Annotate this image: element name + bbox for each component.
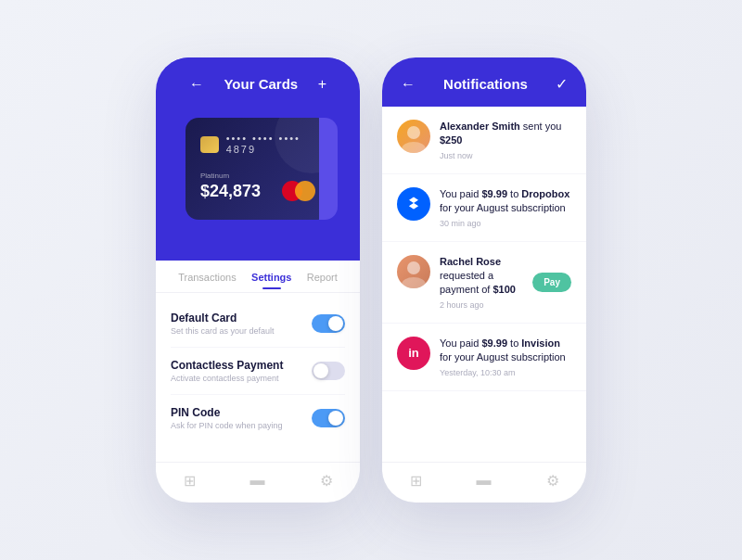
right-phone: ← Notifications ✓ Alexander Smith sent y… xyxy=(382,57,586,503)
avatar-invision: in xyxy=(397,337,430,370)
bottom-nav-right: ⊞ ▬ ⚙ xyxy=(382,462,586,503)
notif-content-rachel: Rachel Rose requested a payment of $100 … xyxy=(440,255,523,310)
tab-settings[interactable]: Settings xyxy=(251,272,291,288)
setting-desc-default: Set this card as your default xyxy=(171,326,275,336)
notif-time-invision: Yesterday, 10:30 am xyxy=(440,368,571,377)
card-peek xyxy=(319,118,338,220)
notif-text-alex: Alexander Smith sent you $250 xyxy=(440,120,571,148)
toggle-default-card[interactable] xyxy=(312,314,345,333)
toggle-pin[interactable] xyxy=(312,409,345,427)
nav-grid-icon-right[interactable]: ⊞ xyxy=(410,472,422,490)
nav-settings-icon-left[interactable]: ⚙ xyxy=(320,472,333,490)
left-phone-title: Your Cards xyxy=(224,76,298,92)
notif-time-dropbox: 30 min ago xyxy=(440,219,571,228)
notif-header: ← Notifications ✓ xyxy=(382,57,586,107)
avatar-alex xyxy=(397,120,430,153)
svg-point-3 xyxy=(402,277,426,288)
card-number: •••• •••• •••• 4879 xyxy=(226,133,315,155)
card-amount: $24,873 xyxy=(200,182,261,201)
setting-name-contactless: Contactless Payment xyxy=(171,359,283,372)
notif-item-alex: Alexander Smith sent you $250 Just now xyxy=(382,107,586,174)
svg-point-0 xyxy=(407,126,420,139)
card-chip xyxy=(200,136,219,153)
notifications-list: Alexander Smith sent you $250 Just now Y… xyxy=(382,107,586,462)
notif-item-rachel: Rachel Rose requested a payment of $100 … xyxy=(382,242,586,324)
notif-content-alex: Alexander Smith sent you $250 Just now xyxy=(440,120,571,160)
notif-time-alex: Just now xyxy=(440,151,571,160)
toggle-contactless[interactable] xyxy=(312,362,345,380)
setting-name-default: Default Card xyxy=(171,312,275,325)
setting-desc-pin: Ask for PIN code when paying xyxy=(171,421,283,430)
nav-card-icon-right[interactable]: ▬ xyxy=(477,472,492,490)
notif-time-rachel: 2 hours ago xyxy=(440,300,523,310)
setting-desc-contactless: Activate contactless payment xyxy=(171,374,283,383)
avatar-rachel xyxy=(397,255,430,288)
notif-content-invision: You paid $9.99 to Invision for your Augu… xyxy=(440,337,571,377)
nav-card-icon-left[interactable]: ▬ xyxy=(250,472,265,490)
back-icon-right[interactable]: ← xyxy=(401,77,416,92)
tab-transactions[interactable]: Transactions xyxy=(178,272,237,288)
card-tier-label: Platinum xyxy=(200,172,261,180)
nav-grid-icon-left[interactable]: ⊞ xyxy=(184,472,196,490)
tabs-container: Transactions Settings Report xyxy=(156,261,360,293)
add-icon[interactable]: + xyxy=(318,77,326,92)
left-phone: ← Your Cards + •••• •••• •••• 4879 Plati… xyxy=(156,57,360,503)
notif-item-invision: in You paid $9.99 to Invision for your A… xyxy=(382,324,586,391)
bottom-nav-left: ⊞ ▬ ⚙ xyxy=(156,462,360,503)
check-icon[interactable]: ✓ xyxy=(556,77,568,92)
mastercard-logo xyxy=(282,181,315,201)
notif-item-dropbox: You paid $9.99 to Dropobox for your Augu… xyxy=(382,174,586,242)
svg-point-1 xyxy=(402,142,426,153)
notif-text-invision: You paid $9.99 to Invision for your Augu… xyxy=(440,337,571,365)
settings-list: Default Card Set this card as your defau… xyxy=(156,293,360,462)
avatar-dropbox xyxy=(397,187,430,221)
tab-report[interactable]: Report xyxy=(307,272,338,288)
notif-text-dropbox: You paid $9.99 to Dropobox for your Augu… xyxy=(440,187,571,216)
setting-pin: PIN Code Ask for PIN code when paying xyxy=(171,395,345,441)
setting-name-pin: PIN Code xyxy=(171,406,283,419)
back-icon-left[interactable]: ← xyxy=(189,77,204,92)
notif-content-dropbox: You paid $9.99 to Dropobox for your Augu… xyxy=(440,187,571,228)
setting-default-card: Default Card Set this card as your defau… xyxy=(171,300,345,348)
nav-settings-icon-right[interactable]: ⚙ xyxy=(546,472,559,490)
notif-title: Notifications xyxy=(443,76,528,92)
setting-contactless: Contactless Payment Activate contactless… xyxy=(171,348,345,395)
pay-button[interactable]: Pay xyxy=(532,273,571,292)
notif-text-rachel: Rachel Rose requested a payment of $100 xyxy=(440,255,523,298)
bank-card: •••• •••• •••• 4879 Platinum $24,873 xyxy=(186,118,330,220)
svg-point-2 xyxy=(407,261,420,274)
